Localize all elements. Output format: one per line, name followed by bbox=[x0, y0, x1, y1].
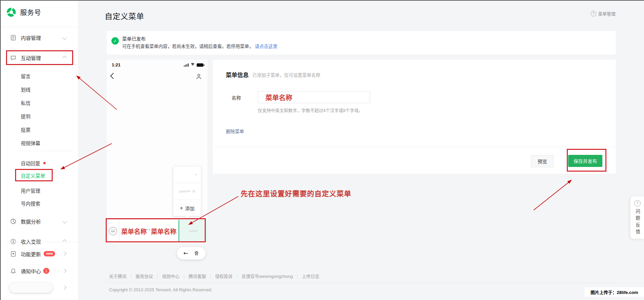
menu-name-input[interactable] bbox=[258, 91, 370, 103]
wifi-icon bbox=[190, 63, 195, 67]
page-title: 自定义菜单 bbox=[105, 10, 144, 21]
chevron-right-icon bbox=[62, 269, 66, 273]
sidebar-item-comments[interactable]: 留言 bbox=[0, 71, 78, 81]
form-title: 菜单信息 bbox=[226, 70, 249, 79]
bell-icon bbox=[10, 268, 16, 274]
feedback-label: 问题反馈 bbox=[634, 209, 641, 236]
sidebar-item-label: 自动回复 bbox=[21, 160, 40, 167]
sidebar-item-label: 功能更新 bbox=[21, 250, 41, 257]
footer-link-support[interactable]: 腾讯客服 bbox=[184, 274, 211, 279]
app-root: 服务号 内容管理 互动管理 留言 划线 私信 提到 投票 视频弹幕 自动回复 自… bbox=[0, 0, 644, 300]
sidebar-item-feature-update[interactable]: 功能更新 new bbox=[0, 247, 78, 260]
menu-edit-controls: ← bbox=[177, 247, 206, 259]
keyboard-toggle-icon[interactable] bbox=[107, 220, 119, 242]
back-chevron-icon[interactable] bbox=[110, 73, 116, 79]
sidebar-item-label: 投票 bbox=[21, 126, 31, 133]
divider bbox=[0, 27, 78, 27]
window-left-edge bbox=[0, 0, 1, 300]
sidebar-item-monetization[interactable]: 收入变现 bbox=[0, 235, 78, 248]
footer-links: 关于腾讯 服务协议 规则中心 腾讯客服 侵权投诉 反馈官号weixingongz… bbox=[107, 274, 616, 279]
sidebar-item-label: 互动管理 bbox=[21, 54, 41, 61]
sidebar-item-label: 内容管理 bbox=[21, 34, 41, 41]
banner-title: 菜单已发布 bbox=[122, 35, 146, 42]
divider bbox=[213, 147, 616, 147]
sidebar-item-label: 视频弹幕 bbox=[21, 139, 40, 146]
question-circle-icon: ? bbox=[591, 11, 596, 16]
signal-icon bbox=[184, 63, 189, 67]
sidebar-item-underline[interactable]: 划线 bbox=[0, 84, 78, 94]
new-badge: new bbox=[44, 251, 55, 256]
sidebar-item-label: 私信 bbox=[21, 99, 31, 106]
sidebar-item-account-search[interactable]: 号内搜索 bbox=[0, 198, 78, 208]
preview-button[interactable]: 预览 bbox=[531, 155, 554, 167]
phone-preview: 1:21 + 添加 菜单名称 bbox=[107, 60, 207, 243]
footer-link-upload-log[interactable]: 上传日志 bbox=[298, 274, 324, 279]
document-icon bbox=[10, 35, 16, 41]
footer-link-feedback-account[interactable]: 反馈官号weixingongzhong bbox=[237, 274, 297, 279]
sidebar-item-private-msg[interactable]: 私信 bbox=[0, 98, 78, 108]
book-star-icon bbox=[10, 251, 16, 257]
chevron-up-icon bbox=[62, 56, 67, 60]
menu-name-label: 菜单名称 bbox=[151, 227, 177, 236]
disable-menu-link[interactable]: 请点击这里 bbox=[255, 44, 278, 49]
sidebar-item-label: 划线 bbox=[21, 86, 31, 93]
account-name-redacted[interactable] bbox=[9, 282, 53, 293]
arrow-to-save-button bbox=[534, 180, 572, 210]
annotation-note: 先在这里设置好需要的自定义菜单 bbox=[241, 188, 351, 198]
notification-count-badge: 1 bbox=[43, 268, 49, 274]
sidebar-item-label: 通知中心 bbox=[21, 267, 41, 275]
sidebar-item-notification-center[interactable]: 通知中心 1 bbox=[0, 264, 78, 277]
name-field-label: 名称 bbox=[232, 94, 241, 101]
sidebar-item-interact-mgmt[interactable]: 互动管理 bbox=[0, 51, 78, 64]
submenu-item-erased[interactable] bbox=[173, 166, 201, 183]
sidebar-item-votes[interactable]: 投票 bbox=[0, 124, 78, 134]
submenu-item-erased[interactable] bbox=[173, 183, 201, 200]
footer-link-infringement[interactable]: 侵权投诉 bbox=[211, 274, 237, 279]
pie-chart-icon bbox=[10, 218, 16, 225]
footer-link-rules[interactable]: 规则中心 bbox=[158, 274, 184, 279]
sidebar-item-auto-reply[interactable]: 自动回复 bbox=[0, 158, 78, 168]
divider bbox=[19, 151, 72, 151]
question-circle-icon: ? bbox=[634, 200, 641, 206]
menu-name-label: 菜单名称 bbox=[121, 227, 147, 236]
status-time: 1:21 bbox=[112, 62, 120, 67]
plus-icon: + bbox=[180, 205, 183, 211]
trash-button[interactable] bbox=[194, 250, 199, 256]
chevron-down-icon bbox=[62, 36, 67, 40]
chat-bubble-icon bbox=[10, 55, 16, 61]
watermark: 图片上传于：28life.com bbox=[585, 287, 644, 297]
sidebar-item-data-analysis[interactable]: 数据分析 bbox=[0, 215, 78, 228]
red-dot-badge bbox=[43, 162, 46, 164]
sidebar-item-content-mgmt[interactable]: 内容管理 bbox=[0, 31, 78, 44]
menu-slot-3-selected[interactable] bbox=[179, 220, 207, 242]
delete-menu-link[interactable]: 删除菜单 bbox=[226, 128, 244, 134]
published-banner: ✓ 菜单已发布 可在手机查看菜单内容，若尚未生效，请稍后查看。若停用菜单， 请点… bbox=[107, 31, 616, 55]
sidebar-item-user-mgmt[interactable]: 用户管理 bbox=[0, 185, 78, 195]
chevron-down-icon bbox=[62, 219, 67, 224]
sidebar-item-label: 数据分析 bbox=[21, 218, 41, 225]
save-publish-button[interactable]: 保存并发布 bbox=[568, 155, 602, 167]
sidebar-item-video-danmu[interactable]: 视频弹幕 bbox=[0, 138, 78, 148]
name-field-hint: 仅支持中英文和数字，字数不超过4个汉字或8个字母。 bbox=[258, 107, 363, 113]
form-subtitle: 已添加子菜单，仅可设置菜单名称 bbox=[252, 71, 320, 78]
footer-link-about[interactable]: 关于腾讯 bbox=[107, 274, 131, 279]
footer: 关于腾讯 服务协议 规则中心 腾讯客服 侵权投诉 反馈官号weixingongz… bbox=[107, 274, 616, 279]
sidebar-item-label: 提到 bbox=[21, 113, 31, 120]
undo-back-button[interactable]: ← bbox=[183, 250, 188, 256]
help-link-label: 菜单管理 bbox=[598, 10, 615, 17]
chevron-right-icon bbox=[62, 252, 66, 255]
sidebar-item-mentions[interactable]: 提到 bbox=[0, 111, 78, 121]
add-label: 添加 bbox=[185, 205, 194, 212]
menu-slot-2[interactable]: 菜单名称 bbox=[149, 220, 179, 242]
sidebar-item-label: 留言 bbox=[21, 72, 31, 79]
sidebar-item-custom-menu[interactable]: 自定义菜单 bbox=[0, 170, 78, 180]
profile-person-icon[interactable] bbox=[195, 73, 202, 80]
brand-name: 服务号 bbox=[20, 7, 41, 17]
sidebar-item-label: 自定义菜单 bbox=[21, 172, 45, 179]
menu-management-help-link[interactable]: ? 菜单管理 bbox=[591, 10, 615, 17]
chevron-right-icon bbox=[62, 286, 66, 289]
yuan-circle-icon bbox=[10, 238, 16, 245]
footer-link-terms[interactable]: 服务协议 bbox=[131, 274, 158, 279]
menu-slot-1[interactable]: 菜单名称 bbox=[119, 220, 149, 242]
feedback-widget[interactable]: ? 问题反馈 bbox=[630, 196, 644, 239]
